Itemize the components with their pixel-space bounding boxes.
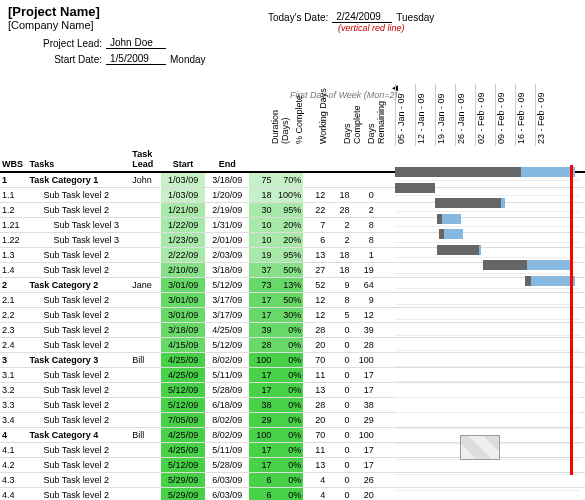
date-header: 02 - Feb - 09 — [475, 84, 495, 146]
mini-chart-icon — [460, 435, 500, 460]
gantt-bar-done — [525, 276, 531, 286]
gantt-row — [395, 181, 580, 197]
gantt-bar-done — [395, 167, 521, 177]
gantt-row — [395, 165, 580, 181]
date-header: 09 - Feb - 09 — [495, 84, 515, 146]
today-red-line — [570, 165, 573, 475]
date-header: 05 - Jan - 09 — [395, 84, 415, 146]
gantt-row — [395, 367, 580, 383]
gantt-row — [395, 274, 580, 290]
rotated-column-headers: Duration (Days) % Complete Working Days … — [270, 84, 390, 146]
gantt-row — [395, 382, 580, 398]
gantt-bar-done — [439, 229, 444, 239]
startdate-day: Monday — [166, 54, 206, 65]
lead-label: Project Lead: — [8, 38, 106, 49]
date-header: 26 - Jan - 09 — [455, 84, 475, 146]
col-duration: Duration (Days) — [270, 84, 294, 146]
gantt-bar-done — [395, 183, 435, 193]
today-day: Tuesday — [392, 12, 434, 23]
gantt-bar[interactable] — [525, 276, 575, 286]
th-start[interactable]: Start — [161, 147, 205, 172]
col-days-complete: Days Complete — [342, 84, 366, 146]
gantt-row — [395, 351, 580, 367]
gantt-row — [395, 475, 580, 491]
gantt-row — [395, 289, 580, 305]
th-end[interactable]: End — [205, 147, 249, 172]
date-header: 19 - Jan - 09 — [435, 84, 455, 146]
gantt-row — [395, 491, 580, 501]
gantt-bar-done — [435, 198, 501, 208]
col-days-remaining: Days Remaining — [366, 84, 390, 146]
th-lead[interactable]: Task Lead — [130, 147, 161, 172]
gantt-row — [395, 336, 580, 352]
th-wbs[interactable]: WBS — [0, 147, 28, 172]
gantt-row — [395, 258, 580, 274]
startdate-label: Start Date: — [8, 54, 106, 65]
gantt-row — [395, 305, 580, 321]
lead-value[interactable]: John Doe — [106, 37, 166, 49]
gantt-bar-done — [437, 245, 479, 255]
red-line-note: (vertical red line) — [338, 23, 577, 33]
col-pct: % Complete — [294, 84, 318, 146]
today-label: Today's Date: — [268, 12, 332, 23]
gantt-bar-done — [483, 260, 527, 270]
gantt-date-headers: 05 - Jan - 0912 - Jan - 0919 - Jan - 092… — [395, 84, 555, 146]
date-header: 23 - Feb - 09 — [535, 84, 555, 146]
date-header: 12 - Jan - 09 — [415, 84, 435, 146]
gantt-row — [395, 243, 580, 259]
gantt-row — [395, 320, 580, 336]
startdate-value[interactable]: 1/5/2009 — [106, 53, 166, 65]
gantt-row — [395, 413, 580, 429]
col-working: Working Days — [318, 84, 342, 146]
gantt-bar-done — [437, 214, 442, 224]
gantt-row — [395, 398, 580, 414]
gantt-row — [395, 196, 580, 212]
gantt-row — [395, 227, 580, 243]
th-tasks[interactable]: Tasks — [28, 147, 131, 172]
gantt-row — [395, 212, 580, 228]
today-date[interactable]: 2/24/2009 — [332, 11, 392, 23]
gantt-row — [395, 460, 580, 476]
date-header: 16 - Feb - 09 — [515, 84, 535, 146]
